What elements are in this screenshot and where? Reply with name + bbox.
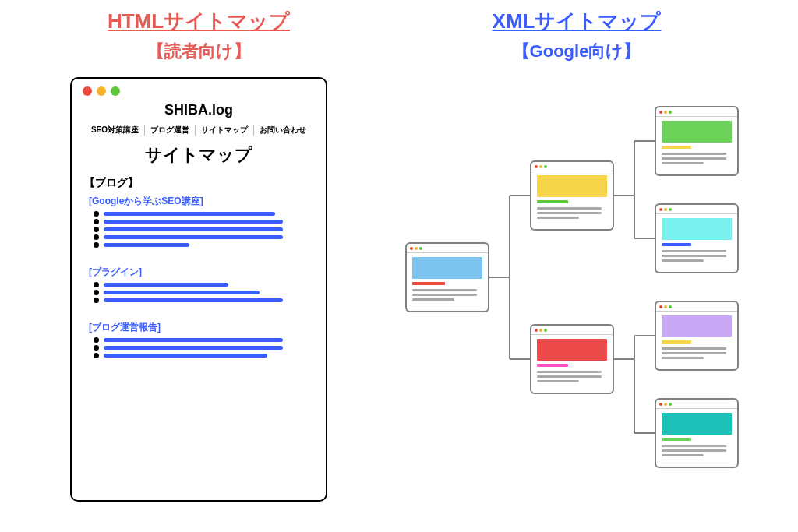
text-line xyxy=(662,153,726,155)
minimize-icon xyxy=(664,403,667,406)
list-item xyxy=(94,282,315,287)
text-line xyxy=(537,380,579,382)
window-controls xyxy=(531,162,613,171)
minimize-icon xyxy=(415,247,418,250)
html-sitemap-subtitle: 【読者向け】 xyxy=(70,40,327,63)
link-placeholder xyxy=(104,212,275,216)
nav-item: ブログ運営 xyxy=(145,125,196,136)
bullet-icon xyxy=(94,234,99,240)
site-title: SHIBA.log xyxy=(83,102,315,118)
link-placeholder xyxy=(104,291,260,294)
window-controls xyxy=(656,205,737,214)
list-item xyxy=(94,227,315,232)
text-line xyxy=(662,255,726,257)
page-node-leaf2 xyxy=(655,203,739,273)
sitemap-tree xyxy=(405,86,764,491)
text-line xyxy=(662,347,726,350)
bullet-icon xyxy=(94,345,99,351)
close-icon xyxy=(410,247,413,250)
text-line xyxy=(662,157,726,160)
window-controls xyxy=(656,107,737,117)
minimize-icon xyxy=(539,165,542,168)
hero-rect xyxy=(662,413,732,435)
hero-rect xyxy=(537,175,607,197)
text-line xyxy=(662,162,704,164)
hero-rect xyxy=(662,121,732,143)
minimize-icon xyxy=(539,329,542,332)
maximize-icon xyxy=(669,208,672,211)
category-heading: 【ブログ】 xyxy=(84,176,315,190)
bullet-icon xyxy=(94,290,99,295)
bullet-icon xyxy=(94,242,99,248)
list-item xyxy=(94,219,315,224)
accent-bar xyxy=(537,200,568,203)
minimize-icon xyxy=(664,111,667,114)
nav-item: SEO対策講座 xyxy=(86,125,145,136)
xml-sitemap-title: XMLサイトマップ xyxy=(413,8,740,35)
page-title: サイトマップ xyxy=(83,143,315,167)
link-placeholder xyxy=(104,354,267,358)
page-node-mid2 xyxy=(530,324,614,394)
maximize-icon xyxy=(544,165,547,168)
text-line xyxy=(537,217,579,219)
text-line xyxy=(662,352,726,354)
maximize-icon xyxy=(669,403,672,406)
minimize-icon xyxy=(664,305,667,308)
bullet-icon xyxy=(94,227,99,232)
hero-rect xyxy=(662,315,732,337)
text-line xyxy=(537,371,602,373)
link-placeholder xyxy=(104,338,283,342)
close-icon xyxy=(83,86,92,96)
list-item xyxy=(94,242,315,248)
close-icon xyxy=(535,329,538,332)
link-placeholder xyxy=(104,227,283,231)
link-placeholder xyxy=(104,220,283,224)
window-controls xyxy=(656,400,737,409)
close-icon xyxy=(535,165,538,168)
hero-rect xyxy=(537,339,607,361)
accent-bar xyxy=(662,243,691,246)
close-icon xyxy=(659,208,662,211)
list-item xyxy=(94,211,315,217)
subcategory-heading: [ブログ運営報告] xyxy=(89,321,315,334)
text-line xyxy=(662,445,726,447)
browser-window: SHIBA.log SEO対策講座ブログ運営サイトマップお問い合わせ サイトマッ… xyxy=(70,77,327,502)
accent-bar xyxy=(537,364,568,367)
page-node-mid1 xyxy=(530,160,614,231)
list-item xyxy=(94,337,315,343)
accent-bar xyxy=(662,146,691,149)
nav-item: サイトマップ xyxy=(196,125,254,136)
text-line xyxy=(662,250,726,252)
page-node-root xyxy=(405,242,489,312)
xml-sitemap-section: XMLサイトマップ 【Google向け】 xyxy=(413,8,740,491)
maximize-icon xyxy=(419,247,422,250)
page-node-leaf3 xyxy=(655,301,739,371)
text-line xyxy=(662,449,726,452)
list-item xyxy=(94,298,315,303)
text-line xyxy=(412,289,477,291)
bullet-icon xyxy=(94,353,99,358)
text-line xyxy=(412,298,454,301)
maximize-icon xyxy=(669,305,672,308)
minimize-icon xyxy=(664,208,667,211)
bullet-icon xyxy=(94,337,99,343)
link-placeholder xyxy=(104,283,228,287)
nav-bar: SEO対策講座ブログ運営サイトマップお問い合わせ xyxy=(83,125,315,136)
hero-rect xyxy=(662,218,732,240)
text-line xyxy=(537,375,602,378)
minimize-icon xyxy=(97,86,106,96)
nav-item: お問い合わせ xyxy=(254,125,312,136)
bullet-icon xyxy=(94,298,99,303)
close-icon xyxy=(659,111,662,114)
page-node-leaf4 xyxy=(655,398,739,468)
list-item xyxy=(94,353,315,358)
window-controls xyxy=(83,86,315,96)
bullet-icon xyxy=(94,282,99,287)
text-line xyxy=(537,212,602,214)
bullet-icon xyxy=(94,211,99,217)
list-item xyxy=(94,345,315,351)
list-item xyxy=(94,234,315,240)
subcategory-heading: [Googleから学ぶSEO講座] xyxy=(89,195,315,208)
html-sitemap-title: HTMLサイトマップ xyxy=(70,8,327,35)
accent-bar xyxy=(662,340,691,344)
